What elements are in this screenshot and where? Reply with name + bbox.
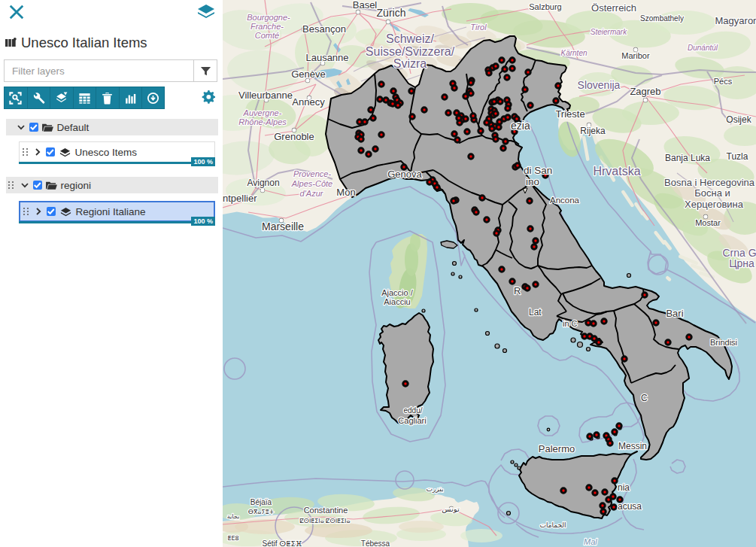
svg-text:ⵟⴹⵓ: ⵟⴹⵓ — [227, 535, 238, 542]
svg-text:Magyaror: Magyaror — [715, 15, 756, 26]
svg-text:Auvergne-: Auvergne- — [243, 108, 282, 117]
svg-text:Maribor: Maribor — [621, 51, 650, 60]
svg-text:Bari: Bari — [666, 308, 683, 319]
svg-text:Aiacciu: Aiacciu — [384, 297, 410, 306]
svg-text:Marseille: Marseille — [262, 220, 304, 232]
svg-text:eddu/: eddu/ — [403, 406, 422, 415]
svg-text:الحمامات: الحمامات — [539, 521, 566, 529]
svg-text:Suisse/Svizzera/: Suisse/Svizzera/ — [366, 45, 455, 58]
svg-text:Tuzla: Tuzla — [727, 151, 748, 162]
svg-text:Mostar: Mostar — [695, 218, 721, 227]
svg-text:Brindisi: Brindisi — [710, 338, 737, 347]
svg-text:Salzburg: Salzburg — [529, 2, 561, 11]
svg-text:Osijek: Osijek — [726, 114, 751, 125]
svg-text:ⵇⵙⵏⵟⵉⵏⴰ ⵇⵙⵏⵟⵉⵏⴰ: ⵇⵙⵏⵟⵉⵏⴰ ⵇⵙⵏⵟⵉⵏⴰ — [299, 518, 350, 524]
svg-text:Trieste: Trieste — [555, 108, 584, 120]
svg-text:Basel: Basel — [353, 0, 378, 11]
svg-text:Mal: Mal — [584, 537, 597, 546]
svg-text:Svizra: Svizra — [393, 57, 427, 70]
svg-text:ezia: ezia — [511, 120, 530, 132]
svg-text:Palermo: Palermo — [539, 443, 575, 454]
svg-text:Tébessa: Tébessa — [361, 539, 390, 547]
svg-text:Hrvatska: Hrvatska — [593, 165, 640, 178]
svg-text:Annecy: Annecy — [292, 96, 325, 108]
svg-text:Banja Luka: Banja Luka — [665, 153, 710, 163]
svg-text:Franche-: Franche- — [250, 22, 284, 31]
svg-text:Alpes-Côte: Alpes-Côte — [291, 179, 332, 188]
svg-text:di San: di San — [524, 165, 552, 176]
svg-text:d'Azur: d'Azur — [300, 189, 324, 198]
svg-text:Bourgogne-: Bourgogne- — [247, 13, 290, 22]
svg-text:Comté: Comté — [255, 31, 279, 40]
svg-text:Dunántúl: Dunántúl — [688, 44, 718, 52]
svg-text:Szombathely: Szombathely — [640, 14, 684, 23]
svg-text:Lausanne: Lausanne — [305, 52, 348, 63]
svg-text:ino: ino — [526, 176, 539, 187]
svg-text:acusa: acusa — [618, 501, 642, 512]
svg-text:Lat: Lat — [529, 307, 542, 318]
svg-text:Ancona: Ancona — [550, 196, 580, 205]
svg-text:Cagliari: Cagliari — [398, 416, 426, 425]
svg-text:Tirol: Tirol — [470, 23, 487, 32]
svg-text:ⴱⴳⴰⵢⴻⵜ: ⴱⴳⴰⵢⴻⵜ — [248, 509, 274, 515]
svg-text:Schweiz/: Schweiz/ — [386, 32, 435, 45]
svg-text:Zagreb: Zagreb — [630, 86, 660, 97]
svg-text:Ajaccio /: Ajaccio / — [381, 288, 414, 297]
svg-text:Mon: Mon — [336, 187, 355, 198]
svg-text:R: R — [514, 285, 521, 296]
svg-text:Besançon: Besançon — [302, 23, 346, 35]
svg-text:Villeurbanne: Villeurbanne — [238, 90, 293, 101]
svg-text:Österreich: Österreich — [591, 2, 636, 14]
svg-text:Genève: Genève — [291, 68, 326, 80]
svg-text:C: C — [641, 393, 648, 403]
svg-text:Steiermark: Steiermark — [591, 28, 627, 36]
svg-text:Bosna i Hercegovina: Bosna i Hercegovina — [664, 177, 755, 188]
svg-text:Rhône-Alpes: Rhône-Alpes — [238, 117, 287, 126]
svg-text:Pécs: Pécs — [714, 77, 733, 86]
svg-text:Zürich: Zürich — [377, 7, 406, 19]
svg-text:Sétif ⵙⵟⵉⴼ: Sétif ⵙⵟⵉⴼ — [263, 539, 302, 547]
svg-text:Rijeka: Rijeka — [580, 126, 606, 136]
svg-text:Slovenija: Slovenija — [578, 79, 621, 91]
svg-text:Messin: Messin — [618, 441, 647, 451]
svg-text:Constantine: Constantine — [304, 506, 348, 515]
svg-text:تونس: تونس — [442, 505, 460, 513]
svg-text:Genova: Genova — [387, 169, 422, 180]
svg-text:Kärnten: Kärnten — [560, 49, 587, 57]
svg-text:Grenoble: Grenoble — [274, 131, 314, 142]
svg-text:Provence-: Provence- — [293, 169, 331, 178]
svg-text:Црна: Црна — [729, 257, 754, 269]
svg-text:Босна и: Босна и — [694, 187, 730, 199]
svg-text:بنزرت: بنزرت — [426, 485, 443, 493]
svg-text:Херцеговина: Херцеговина — [685, 199, 744, 210]
svg-text:in C: in C — [563, 319, 578, 328]
svg-text:Béjaïa: Béjaïa — [250, 498, 272, 506]
svg-text:nia: nia — [618, 482, 630, 493]
svg-text:Avignon: Avignon — [247, 178, 279, 188]
svg-text:ntpellier: ntpellier — [223, 193, 257, 204]
svg-text:بجاية: بجاية — [227, 513, 239, 520]
